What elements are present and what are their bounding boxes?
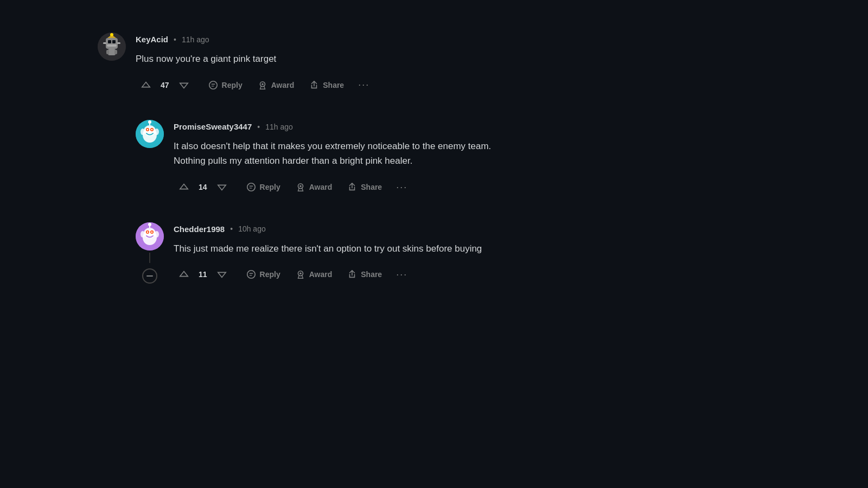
downvote-button-chedder[interactable] xyxy=(212,266,232,282)
vote-section-promise: 14 xyxy=(174,179,232,195)
vote-count-keyacid: 47 xyxy=(161,81,169,89)
comment-body-keyacid: KeyAcid • 11h ago Plus now you're a gian… xyxy=(136,33,770,94)
svg-point-25 xyxy=(155,129,159,135)
comment-body-chedder: Chedder1998 • 10h ago This just made me … xyxy=(174,222,770,284)
svg-point-37 xyxy=(148,223,151,226)
vote-section-chedder: 11 xyxy=(174,266,232,282)
svg-rect-1 xyxy=(106,38,118,49)
comment-header-promise: PromiseSweaty3447 • 11h ago xyxy=(174,122,770,131)
comment-promise: PromiseSweaty3447 • 11h ago It also does… xyxy=(136,120,770,196)
svg-rect-3 xyxy=(112,40,116,43)
thread-line-col xyxy=(136,222,164,284)
svg-point-39 xyxy=(155,231,159,237)
downvote-icon xyxy=(217,269,227,279)
reply-icon xyxy=(246,269,256,279)
more-button-chedder[interactable]: ··· xyxy=(392,266,412,284)
downvote-button-keyacid[interactable] xyxy=(174,77,194,93)
vote-count-promise: 14 xyxy=(199,183,207,191)
timestamp-keyacid: 11h ago xyxy=(182,35,209,44)
downvote-button-promise[interactable] xyxy=(212,179,232,195)
upvote-button-keyacid[interactable] xyxy=(136,77,156,93)
svg-rect-6 xyxy=(106,50,109,54)
award-icon xyxy=(258,80,267,90)
share-icon xyxy=(347,269,357,279)
award-icon xyxy=(296,182,305,192)
more-button-promise[interactable]: ··· xyxy=(392,178,412,196)
separator-keyacid: • xyxy=(174,35,176,44)
vote-count-chedder: 11 xyxy=(199,270,207,279)
reply-button-chedder[interactable]: Reply xyxy=(241,266,286,282)
avatar-chedder xyxy=(136,222,164,251)
svg-rect-40 xyxy=(146,275,153,277)
share-icon xyxy=(309,80,319,90)
comment-promise-wrapper: PromiseSweaty3447 • 11h ago It also does… xyxy=(136,120,770,196)
reply-button-keyacid[interactable]: Reply xyxy=(203,77,248,93)
share-icon xyxy=(347,182,357,192)
upvote-button-promise[interactable] xyxy=(174,179,194,195)
svg-point-43 xyxy=(299,273,302,275)
svg-rect-5 xyxy=(108,49,116,55)
svg-point-26 xyxy=(247,183,254,191)
page-container: KeyAcid • 11h ago Plus now you're a gian… xyxy=(0,0,868,316)
upvote-icon xyxy=(179,269,189,279)
svg-point-14 xyxy=(261,83,264,85)
upvote-icon xyxy=(141,80,151,90)
svg-point-38 xyxy=(141,231,145,237)
comment-chedder-wrapper: Chedder1998 • 10h ago This just made me … xyxy=(136,222,770,284)
svg-point-24 xyxy=(141,129,145,135)
svg-point-11 xyxy=(110,33,113,36)
action-bar-keyacid: 47 Reply xyxy=(136,76,770,94)
svg-rect-9 xyxy=(117,42,120,44)
comment-keyacid: KeyAcid • 11h ago Plus now you're a gian… xyxy=(98,33,770,94)
thread-line xyxy=(149,253,150,263)
svg-point-34 xyxy=(147,231,149,233)
timestamp-chedder: 10h ago xyxy=(238,224,266,233)
svg-point-41 xyxy=(247,271,254,278)
reply-icon xyxy=(208,80,218,90)
separator-promise: • xyxy=(257,123,260,131)
comment-header-chedder: Chedder1998 • 10h ago xyxy=(174,224,770,234)
svg-point-35 xyxy=(151,231,153,233)
award-icon xyxy=(296,269,305,279)
downvote-icon xyxy=(179,80,189,90)
svg-point-23 xyxy=(148,120,151,124)
svg-point-21 xyxy=(151,129,153,131)
comment-chedder-thread: Chedder1998 • 10h ago This just made me … xyxy=(136,222,770,284)
svg-rect-4 xyxy=(107,44,117,47)
svg-rect-2 xyxy=(108,40,111,43)
action-bar-promise: 14 Reply xyxy=(174,178,770,196)
award-button-keyacid[interactable]: Award xyxy=(252,77,300,93)
award-button-chedder[interactable]: Award xyxy=(290,266,338,282)
username-promise: PromiseSweaty3447 xyxy=(174,122,252,131)
collapse-button[interactable] xyxy=(142,268,157,284)
comment-header-keyacid: KeyAcid • 11h ago xyxy=(136,35,770,44)
award-button-promise[interactable]: Award xyxy=(290,179,338,195)
svg-point-12 xyxy=(209,81,216,88)
comment-text-promise: It also doesn't help that it makes you e… xyxy=(174,139,770,168)
downvote-icon xyxy=(217,182,227,192)
vote-section-keyacid: 47 xyxy=(136,77,194,93)
action-bar-chedder: 11 Reply xyxy=(174,266,770,284)
more-button-keyacid[interactable]: ··· xyxy=(354,76,374,94)
share-button-chedder[interactable]: Share xyxy=(342,266,387,282)
svg-point-28 xyxy=(299,185,302,187)
timestamp-promise: 11h ago xyxy=(265,123,293,131)
svg-rect-8 xyxy=(103,42,106,44)
avatar-keyacid xyxy=(98,33,126,61)
username-chedder: Chedder1998 xyxy=(174,224,225,234)
avatar-promise xyxy=(136,120,164,148)
separator-chedder: • xyxy=(230,224,233,233)
svg-point-20 xyxy=(147,129,149,131)
reply-button-promise[interactable]: Reply xyxy=(241,179,286,195)
comment-text-chedder: This just made me realize there isn't an… xyxy=(174,241,770,256)
comment-text-keyacid: Plus now you're a giant pink target xyxy=(136,52,770,66)
share-button-keyacid[interactable]: Share xyxy=(304,77,349,93)
username-keyacid: KeyAcid xyxy=(136,35,168,44)
svg-rect-7 xyxy=(114,50,117,54)
upvote-button-chedder[interactable] xyxy=(174,266,194,282)
comment-body-promise: PromiseSweaty3447 • 11h ago It also does… xyxy=(174,120,770,196)
reply-icon xyxy=(246,182,256,192)
upvote-icon xyxy=(179,182,189,192)
collapse-icon xyxy=(146,272,154,280)
share-button-promise[interactable]: Share xyxy=(342,179,387,195)
